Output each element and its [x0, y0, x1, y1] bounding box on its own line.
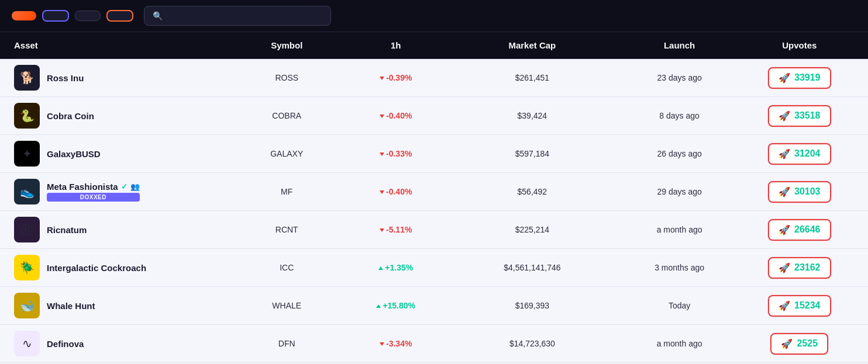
- asset-cell: 👟Meta Fashionista✓👥DOXXED: [14, 179, 232, 204]
- upvote-count: 26646: [794, 224, 821, 235]
- asset-info: Ross Inu: [47, 73, 84, 83]
- asset-name: Meta Fashionista✓👥: [47, 182, 140, 192]
- triangle-down-icon: [380, 152, 384, 156]
- upvote-button[interactable]: 🚀33919: [768, 67, 831, 89]
- asset-name: GalaxyBUSD: [47, 149, 101, 159]
- asset-logo: Ⓡ: [14, 217, 40, 242]
- symbol-cell: MF: [232, 187, 341, 196]
- market-cap-cell: $261,451: [450, 73, 614, 82]
- upvote-button[interactable]: 🚀26646: [768, 219, 831, 241]
- launch-cell: 23 days ago: [614, 73, 745, 82]
- asset-logo: ✦: [14, 141, 40, 167]
- table-body: 🐕Ross InuROSS-0.39%$261,45123 days ago🚀3…: [0, 59, 868, 363]
- upvote-cell: 🚀2525: [745, 333, 855, 355]
- change-cell: -0.40%: [341, 187, 450, 196]
- col-header-launch: Launch: [614, 40, 745, 50]
- verified-icon: ✓: [121, 182, 128, 191]
- asset-name: Intergalactic Cockroach: [47, 263, 146, 273]
- today-hot-button[interactable]: [12, 11, 36, 20]
- asset-cell: 🐋Whale Hunt: [14, 293, 232, 318]
- upvote-cell: 🚀31204: [745, 143, 855, 165]
- symbol-cell: RCNT: [232, 225, 341, 234]
- symbol-cell: ICC: [232, 263, 341, 272]
- triangle-down-icon: [380, 77, 384, 80]
- asset-name: Ross Inu: [47, 73, 84, 83]
- upvote-count: 33518: [794, 110, 821, 121]
- launch-cell: Today: [614, 301, 745, 310]
- symbol-cell: DFN: [232, 339, 341, 348]
- upvote-button[interactable]: 🚀15234: [768, 295, 831, 317]
- rocket-icon: 🚀: [779, 110, 790, 122]
- rocket-icon: 🚀: [779, 224, 790, 235]
- change-cell: -0.39%: [341, 73, 450, 82]
- triangle-down-icon: [380, 190, 384, 194]
- symbol-cell: COBRA: [232, 111, 341, 120]
- upvote-button[interactable]: 🚀33518: [768, 105, 831, 127]
- asset-logo: 🐋: [14, 293, 40, 318]
- asset-info: Meta Fashionista✓👥DOXXED: [47, 182, 140, 202]
- table-row: ⓇRicnatumRCNT-5.11%$225,214a month ago🚀2…: [0, 211, 868, 249]
- group-icon: 👥: [130, 182, 140, 191]
- upvote-count: 15234: [794, 300, 821, 311]
- market-cap-cell: $597,184: [450, 149, 614, 158]
- launch-cell: a month ago: [614, 225, 745, 234]
- symbol-cell: WHALE: [232, 301, 341, 310]
- change-cell: +15.80%: [341, 301, 450, 310]
- search-input[interactable]: [167, 11, 322, 20]
- asset-cell: ⓇRicnatum: [14, 217, 232, 242]
- new-button[interactable]: [42, 10, 69, 22]
- market-cap-cell: $14,723,630: [450, 339, 614, 348]
- rocket-icon: 🚀: [781, 338, 793, 349]
- market-cap-cell: $56,492: [450, 187, 614, 196]
- launch-cell: a month ago: [614, 339, 745, 348]
- doxxed-badge: DOXXED: [47, 193, 140, 202]
- upvote-cell: 🚀23162: [745, 257, 855, 279]
- upvote-button[interactable]: 🚀2525: [770, 333, 828, 355]
- rocket-icon: 🚀: [779, 186, 790, 197]
- change-cell: +1.35%: [341, 263, 450, 272]
- market-cap-cell: $39,424: [450, 111, 614, 120]
- upvote-count: 2525: [797, 338, 818, 349]
- asset-logo: 👟: [14, 179, 40, 204]
- asset-info: Intergalactic Cockroach: [47, 263, 146, 273]
- change-cell: -5.11%: [341, 225, 450, 234]
- col-header-symbol: Symbol: [232, 40, 341, 50]
- table-row: 🐋Whale HuntWHALE+15.80%$169,393Today🚀152…: [0, 287, 868, 325]
- upvote-count: 31204: [794, 148, 821, 159]
- table-header: Asset Symbol 1h Market Cap Launch Upvote…: [0, 32, 868, 59]
- upvote-button[interactable]: 🚀31204: [768, 143, 831, 165]
- asset-cell: 🐍Cobra Coin: [14, 103, 232, 129]
- top-nav: 🔍: [0, 0, 868, 32]
- launch-cell: 29 days ago: [614, 187, 745, 196]
- asset-info: Whale Hunt: [47, 301, 95, 311]
- asset-logo: 🪲: [14, 255, 40, 280]
- upvote-count: 33919: [794, 72, 821, 83]
- table-row: ∿DefinovaDFN-3.34%$14,723,630a month ago…: [0, 325, 868, 363]
- asset-logo: 🐕: [14, 65, 40, 91]
- triangle-up-icon: [376, 304, 381, 308]
- upvote-cell: 🚀33518: [745, 105, 855, 127]
- upvote-button[interactable]: 🚀23162: [768, 257, 831, 279]
- presale-button[interactable]: [106, 10, 133, 22]
- all-time-best-button[interactable]: [75, 11, 101, 21]
- triangle-up-icon: [378, 266, 383, 270]
- col-header-upvotes: Upvotes: [745, 40, 855, 50]
- upvote-cell: 🚀33919: [745, 67, 855, 89]
- upvote-button[interactable]: 🚀30103: [768, 181, 831, 203]
- asset-info: Cobra Coin: [47, 111, 94, 121]
- rocket-icon: 🚀: [779, 148, 790, 160]
- col-header-1h: 1h: [341, 40, 450, 50]
- change-cell: -0.33%: [341, 149, 450, 158]
- launch-cell: 3 months ago: [614, 263, 745, 272]
- table-row: 🐕Ross InuROSS-0.39%$261,45123 days ago🚀3…: [0, 59, 868, 97]
- asset-cell: 🐕Ross Inu: [14, 65, 232, 91]
- rocket-icon: 🚀: [779, 72, 790, 84]
- col-header-marketcap: Market Cap: [450, 40, 614, 50]
- asset-name: Ricnatum: [47, 225, 87, 235]
- asset-info: Ricnatum: [47, 225, 87, 235]
- table-row: 🐍Cobra CoinCOBRA-0.40%$39,4248 days ago🚀…: [0, 97, 868, 135]
- asset-name: Definova: [47, 339, 84, 349]
- symbol-cell: GALAXY: [232, 149, 341, 158]
- rocket-icon: 🚀: [779, 262, 790, 273]
- asset-name: Whale Hunt: [47, 301, 95, 311]
